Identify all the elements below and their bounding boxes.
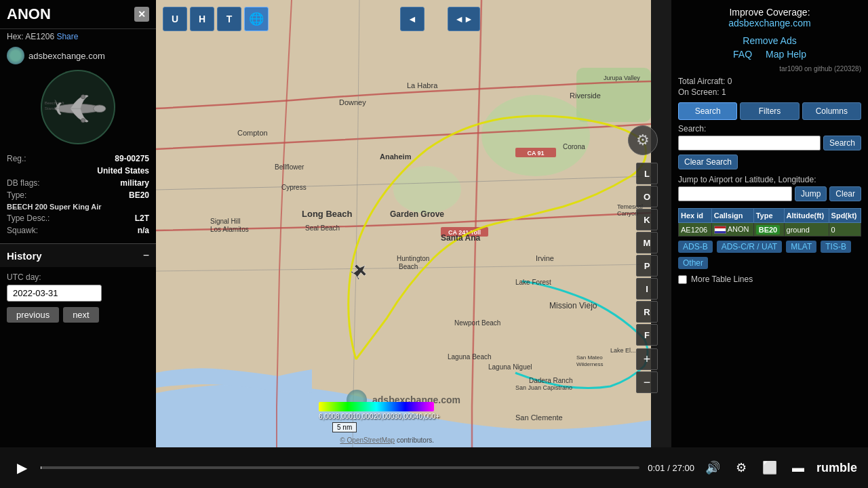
t-button[interactable]: T	[217, 7, 241, 31]
ds-other[interactable]: Other	[678, 257, 708, 269]
ds-mlat[interactable]: MLAT	[786, 241, 816, 253]
ds-tisb[interactable]: TIS-B	[821, 241, 851, 253]
l-button[interactable]: L	[636, 163, 658, 184]
flag-us	[714, 226, 726, 234]
cell-hex: AE1206	[679, 223, 712, 237]
svg-text:Irvine: Irvine	[536, 254, 554, 262]
left-panel: ANON ✕ Hex: AE1206 Share adsbexchange.co…	[0, 0, 156, 447]
dbflags-row: DB flags: military	[7, 177, 149, 189]
adsb-logo-row: adsbexchange.com	[0, 44, 156, 70]
hex-value: AE1206	[25, 32, 54, 41]
progress-bar-container[interactable]	[41, 466, 639, 469]
theater-button[interactable]: ▬	[788, 458, 808, 478]
col-callsign[interactable]: Callsign	[711, 209, 753, 223]
faq-link[interactable]: FAQ	[733, 49, 752, 60]
table-row[interactable]: AE1206 ANON BE20 ground 0	[679, 223, 861, 237]
svg-text:Mission Viejo: Mission Viejo	[549, 301, 597, 310]
svg-text:Lake Forest: Lake Forest	[515, 279, 551, 286]
clear-button[interactable]: Clear	[829, 186, 861, 201]
f-button[interactable]: F	[636, 324, 658, 346]
aircraft-callsign: ANON	[7, 5, 51, 23]
remove-ads-link[interactable]: Remove Ads	[678, 35, 861, 46]
nav-arrows-btn[interactable]: ◄►	[448, 7, 480, 31]
back-arrow-btn[interactable]: ◄	[400, 7, 425, 31]
hex-share-row: Hex: AE1206 Share	[0, 29, 156, 44]
zoom-out-button[interactable]: −	[636, 371, 658, 393]
clear-search-button[interactable]: Clear Search	[678, 155, 738, 169]
search-input[interactable]	[678, 136, 821, 150]
reg-row: Reg.: 89-00275	[7, 152, 149, 165]
previous-button[interactable]: previous	[7, 307, 59, 323]
svg-text:Los Alamitos: Los Alamitos	[210, 226, 249, 233]
map-nav-buttons: ◄►	[448, 7, 480, 31]
svg-text:Riverside: Riverside	[570, 92, 601, 100]
map-layers-button[interactable]: 🌐	[244, 7, 269, 31]
play-button[interactable]: ▶	[11, 457, 33, 479]
u-button[interactable]: U	[163, 7, 187, 31]
columns-tab-btn[interactable]: Columns	[802, 102, 861, 120]
svg-text:Corona: Corona	[563, 143, 585, 150]
svg-text:Anaheim: Anaheim	[380, 152, 412, 161]
svg-point-43	[81, 95, 85, 99]
data-sources: ADS-B ADS-C/R / UAT MLAT TIS-B Other	[678, 241, 861, 269]
svg-text:Laguna Beach: Laguna Beach	[448, 353, 492, 361]
cell-callsign: ANON	[711, 223, 753, 237]
svg-text:San Clemente: San Clemente	[515, 413, 563, 422]
svg-text:Beach: Beach	[399, 263, 418, 270]
ds-adsc[interactable]: ADS-C/R / UAT	[717, 241, 782, 253]
aircraft-image: Beechcraft Starship	[10, 70, 146, 144]
o-button[interactable]: O	[636, 186, 658, 207]
settings-button[interactable]: ⚙	[628, 125, 658, 155]
type-full-value: BEECH 200 Super King Air	[7, 203, 102, 211]
search-tab-btn[interactable]: Search	[678, 102, 737, 120]
jump-button[interactable]: Jump	[795, 186, 827, 201]
search-action-btn[interactable]: Search	[823, 136, 861, 150]
squawk-row: Squawk: n/a	[7, 224, 149, 237]
aircraft-header: ANON ✕	[0, 0, 156, 29]
next-button[interactable]: next	[63, 307, 99, 323]
col-type[interactable]: Type	[753, 209, 784, 223]
h-button[interactable]: H	[190, 7, 214, 31]
col-speed[interactable]: Spd(kt)	[829, 209, 861, 223]
info-table: Reg.: 89-00275 United States DB flags: m…	[0, 148, 156, 241]
date-input[interactable]	[7, 285, 102, 302]
ds-adsb[interactable]: ADS-B	[678, 241, 713, 253]
settings-ctrl-button[interactable]: ⚙	[731, 458, 751, 478]
adsb-site: adsbexchange.com	[28, 51, 105, 61]
volume-button[interactable]: 🔊	[703, 458, 723, 478]
rumble-logo: rumble	[816, 461, 857, 475]
improve-site-link[interactable]: adsbexchange.com	[728, 18, 810, 28]
close-button[interactable]: ✕	[134, 7, 149, 22]
zoom-controls: + −	[636, 348, 658, 393]
tar1090-anchor[interactable]: tar1090 on github (220328)	[779, 65, 861, 73]
history-title: History	[7, 250, 42, 262]
col-hex[interactable]: Hex id	[679, 209, 712, 223]
zoom-in-button[interactable]: +	[636, 348, 658, 370]
m-button[interactable]: M	[636, 232, 658, 253]
svg-text:Lake El...: Lake El...	[610, 347, 636, 354]
k-button[interactable]: K	[636, 209, 658, 230]
svg-text:Jurupa Valley: Jurupa Valley	[604, 75, 640, 81]
more-lines-checkbox[interactable]	[678, 275, 687, 284]
jump-input[interactable]	[678, 186, 792, 201]
history-header[interactable]: History −	[0, 244, 156, 267]
miniplayer-button[interactable]: ⬜	[760, 458, 780, 478]
p-button[interactable]: P	[636, 255, 658, 277]
utc-label: UTC day:	[7, 272, 149, 282]
r-button[interactable]: R	[636, 301, 658, 323]
search-label: Search:	[678, 124, 861, 134]
col-altitude[interactable]: Altitude(ft)	[784, 209, 829, 223]
map-back-button[interactable]: ◄	[400, 7, 425, 31]
map-help-link[interactable]: Map Help	[766, 49, 806, 60]
history-section: History − UTC day: previous next	[0, 243, 156, 328]
svg-text:Compton: Compton	[237, 129, 268, 137]
side-buttons: L O K M P I R F	[636, 163, 658, 346]
history-toggle-icon: −	[143, 249, 149, 262]
i-button[interactable]: I	[636, 278, 658, 300]
svg-text:Huntington: Huntington	[397, 255, 429, 262]
filters-tab-btn[interactable]: Filters	[740, 102, 799, 120]
dbflags-value: military	[120, 178, 149, 188]
share-link[interactable]: Share	[56, 32, 78, 41]
cell-speed: 0	[829, 223, 861, 237]
svg-point-42	[94, 105, 106, 113]
